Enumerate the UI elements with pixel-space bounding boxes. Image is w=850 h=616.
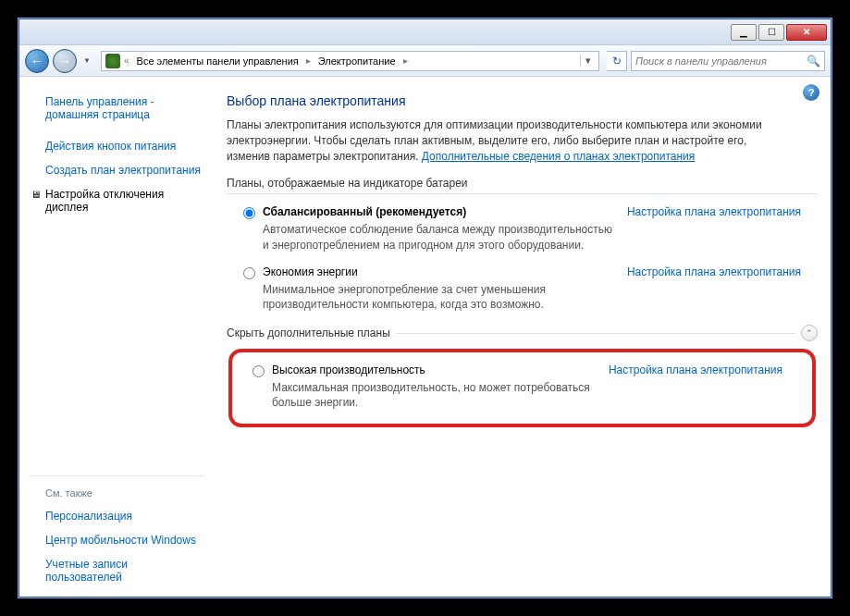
monitor-icon: 🖥 [31,189,43,200]
refresh-button[interactable]: ↻ [607,51,627,71]
breadcrumb-item[interactable]: Электропитание [314,54,400,68]
sidebar-link-display-off: 🖥Настройка отключения дисплея [29,182,204,219]
titlebar [19,19,831,45]
page-description: Планы электропитания используются для оп… [227,117,763,164]
close-button[interactable] [786,24,827,41]
plan-high-performance: Высокая производительность Максимальная … [236,362,799,413]
back-button[interactable]: ← [25,49,49,73]
plan-power-saver: Экономия энергии Минимальное энергопотре… [227,264,818,323]
breadcrumb-arrow-icon[interactable]: ▸ [306,55,311,66]
group-label: Планы, отображаемые на индикаторе батаре… [227,177,818,190]
divider [227,193,818,194]
help-button[interactable]: ? [803,84,819,101]
nav-history-dropdown[interactable]: ▼ [80,52,93,70]
plan-desc: Автоматическое соблюдение баланса между … [263,222,620,252]
page-title: Выбор плана электропитания [227,93,818,108]
sidebar-link-mobility-center[interactable]: Центр мобильности Windows [29,528,204,552]
minimize-button[interactable] [731,24,757,41]
sidebar-link-button-actions[interactable]: Действия кнопок питания [29,134,204,158]
highlighted-plan-box: Высокая производительность Максимальная … [228,349,816,426]
divider [396,333,795,334]
search-icon[interactable]: 🔍 [807,55,820,68]
breadcrumb[interactable]: « Все элементы панели управления ▸ Элект… [101,51,599,71]
plan-balanced: Сбалансированный (рекомендуется) Автомат… [227,203,818,263]
breadcrumb-arrow-icon[interactable]: ▸ [403,55,408,66]
navbar: ← → ▼ « Все элементы панели управления ▸… [19,45,831,77]
content: ? Выбор плана электропитания Планы элект… [214,77,831,597]
sidebar: Панель управления - домашняя страница Де… [19,77,214,597]
control-panel-window: ← → ▼ « Все элементы панели управления ▸… [18,18,832,598]
plan-settings-link[interactable]: Настройка плана электропитания [609,363,782,376]
plan-radio-power-saver[interactable] [243,267,255,279]
plan-title: Экономия энергии [263,265,620,278]
breadcrumb-sep: « [124,55,129,66]
breadcrumb-item[interactable]: Все элементы панели управления [133,54,302,68]
breadcrumb-dropdown[interactable]: ▾ [580,55,595,67]
control-panel-icon [105,54,120,68]
search-box[interactable]: 🔍 [631,51,825,71]
plan-title: Сбалансированный (рекомендуется) [263,205,620,218]
plan-title: Высокая производительность [272,363,601,376]
see-also-heading: См. также [29,484,204,504]
plan-desc: Минимальное энергопотребление за счет ум… [263,282,620,312]
plan-radio-high-performance[interactable] [253,365,265,377]
collapse-label: Скрыть дополнительные планы [227,326,390,339]
plan-settings-link[interactable]: Настройка плана электропитания [627,205,801,218]
sidebar-link-create-plan[interactable]: Создать план электропитания [29,158,204,182]
plan-radio-balanced[interactable] [243,207,255,219]
maximize-button[interactable] [758,24,784,41]
more-info-link[interactable]: Дополнительные сведения о планах электро… [422,150,695,163]
plan-desc: Максимальная производительность, но може… [272,380,601,410]
sidebar-link-personalization[interactable]: Персонализация [29,504,204,528]
sidebar-link-user-accounts[interactable]: Учетные записи пользователей [29,552,204,584]
sidebar-home-link[interactable]: Панель управления - домашняя страница [29,90,204,127]
hide-additional-plans[interactable]: Скрыть дополнительные планы ⌃ [227,323,818,343]
forward-button[interactable]: → [53,49,77,73]
search-input[interactable] [635,55,807,67]
plan-settings-link[interactable]: Настройка плана электропитания [627,265,801,278]
collapse-button[interactable]: ⌃ [801,325,818,341]
body: Панель управления - домашняя страница Де… [19,77,831,597]
chevron-up-icon: ⌃ [806,328,813,338]
